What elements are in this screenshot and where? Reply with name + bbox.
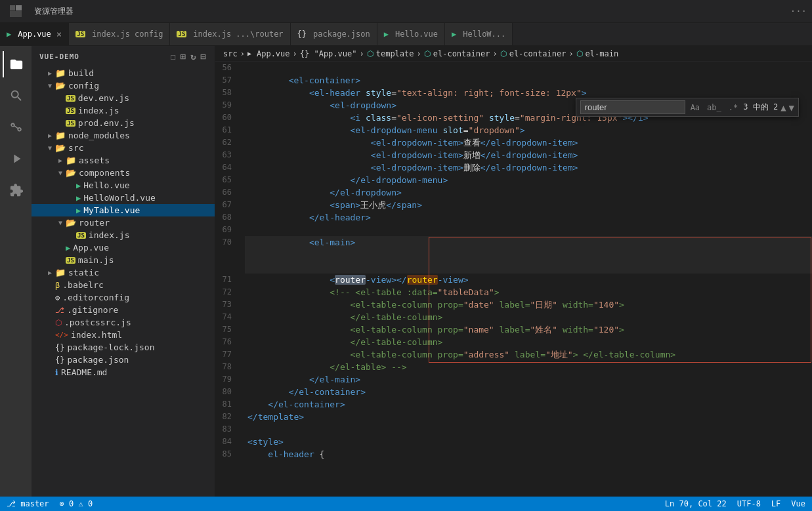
tree-arrow: ▼ — [45, 144, 55, 152]
tab-close-button[interactable]: × — [56, 29, 62, 39]
folder-icon: 📂 — [66, 218, 76, 228]
breadcrumb-appvue2: {} "App.vue" — [300, 49, 357, 58]
js-icon: JS — [66, 120, 75, 127]
line-number: 74 — [215, 311, 245, 323]
svg-rect-1 — [16, 5, 22, 10]
new-folder-icon[interactable]: ⊞ — [181, 51, 186, 62]
code-line-81: 81 </el-container> — [215, 398, 812, 411]
status-right: Ln 70, Col 22 UTF-8 LF Vue — [665, 499, 805, 508]
sidebar-item-router-index-js[interactable]: JS index.js — [32, 229, 215, 241]
match-word-button[interactable]: ab_ — [704, 102, 724, 113]
line-content: </el-table> --> — [245, 361, 812, 373]
sidebar-item-index-html[interactable]: </> index.html — [32, 329, 215, 341]
line-number: 79 — [215, 373, 245, 386]
tab-helloworld-vue[interactable]: ▶ HelloW... — [445, 23, 513, 45]
sidebar-item-label: index.html — [71, 330, 122, 340]
sidebar-item-app-vue[interactable]: ▶ App.vue — [32, 241, 215, 254]
search-prev-button[interactable]: ▲ — [780, 102, 786, 113]
sidebar-item-src[interactable]: ▼ 📂 src — [32, 142, 215, 154]
code-line-65: 65 </el-dropdown-menu> — [215, 174, 812, 186]
extensions-icon[interactable] — [3, 177, 29, 203]
run-icon[interactable] — [3, 146, 29, 172]
tab-app-vue[interactable]: ▶ App.vue × — [0, 23, 69, 45]
js-icon: JS — [66, 257, 75, 264]
breadcrumb-elmain-icon: ⬡ — [576, 49, 583, 58]
sidebar-item-prod-env-js[interactable]: JS prod.env.js — [32, 117, 215, 129]
project-name: VUE-DEMO — [39, 52, 79, 61]
svg-rect-0 — [10, 5, 15, 10]
new-file-icon[interactable]: ☐ — [170, 51, 176, 62]
sidebar-item-static[interactable]: ▶ 📁 static — [32, 266, 215, 279]
sidebar-item-helloworld-vue[interactable]: ▶ HelloWorld.vue — [32, 192, 215, 204]
tab-index-js-router[interactable]: JS index.js ...\router — [170, 23, 290, 45]
status-position: Ln 70, Col 22 — [665, 499, 727, 508]
status-lineending: LF — [771, 499, 780, 508]
search-icon[interactable] — [3, 83, 29, 109]
sidebar-item-label: assets — [79, 155, 110, 165]
line-content: </el-dropdown-menu> — [245, 174, 812, 186]
code-editor[interactable]: 56 57 <el-container> 58 <el-header style… — [215, 62, 812, 497]
line-number: 59 — [215, 99, 245, 112]
sidebar-item-mytable-vue[interactable]: ▶ MyTable.vue — [32, 204, 215, 216]
sidebar-item-hello-vue[interactable]: ▶ Hello.vue — [32, 179, 215, 192]
title-bar-dots[interactable]: ··· — [790, 6, 807, 16]
sidebar-item-label: README.md — [61, 367, 107, 377]
breadcrumb-template-label: template — [376, 49, 414, 58]
code-line-82: 82 </template> — [215, 411, 812, 423]
sidebar-item-label: build — [68, 68, 94, 78]
search-input[interactable] — [580, 100, 685, 114]
code-line-71: 71 <router-view></router-view> — [215, 274, 812, 286]
sidebar-item-package-lock-json[interactable]: {} package-lock.json — [32, 341, 215, 354]
search-next-button[interactable]: ▼ — [789, 102, 794, 113]
sidebar-item-router[interactable]: ▼ 📂 router — [32, 216, 215, 229]
sidebar-item-label: .gitignore — [67, 305, 118, 315]
tab-hello-vue[interactable]: ▶ Hello.vue — [377, 23, 445, 45]
sidebar-item-package-json[interactable]: {} package.json — [32, 354, 215, 366]
sidebar-item-editorconfig[interactable]: ⚙ .editorconfig — [32, 291, 215, 304]
line-content: <router-view></router-view> — [245, 274, 812, 286]
sidebar-item-build[interactable]: ▶ 📁 build — [32, 67, 215, 79]
code-line-84: 84 <style> — [215, 436, 812, 448]
line-content: <el-dropdown-item>删除</el-dropdown-item> — [245, 161, 812, 174]
code-line-68: 68 </el-header> — [215, 211, 812, 224]
sidebar-item-components[interactable]: ▼ 📂 components — [32, 167, 215, 179]
code-line-83: 83 — [215, 423, 812, 436]
source-control-icon[interactable] — [3, 114, 29, 140]
app-icon — [0, 5, 32, 17]
sidebar-item-node-modules[interactable]: ▶ 📁 node_modules — [32, 129, 215, 142]
sidebar-item-config[interactable]: ▼ 📂 config — [32, 79, 215, 92]
sidebar-item-babelrc[interactable]: β .babelrc — [32, 279, 215, 291]
line-content: <el-main> — [245, 236, 812, 274]
line-number: 66 — [215, 186, 245, 199]
explorer-icon[interactable] — [3, 51, 29, 77]
tab-package-json[interactable]: {} package.json — [291, 23, 377, 45]
sidebar-item-gitignore[interactable]: ⎇ .gitignore — [32, 304, 215, 316]
sidebar-header: VUE-DEMO ☐ ⊞ ↻ ⊟ — [32, 46, 215, 67]
line-content: <el-table-column prop="address" label="地… — [245, 348, 812, 361]
postcss-icon: ⬡ — [55, 318, 62, 327]
vue-icon: ▶ — [66, 243, 70, 253]
refresh-icon[interactable]: ↻ — [190, 51, 196, 62]
sidebar-item-dev-env-js[interactable]: JS dev.env.js — [32, 92, 215, 104]
sidebar-item-assets[interactable]: ▶ 📁 assets — [32, 154, 215, 167]
sidebar-item-readme-md[interactable]: ℹ README.md — [32, 366, 215, 378]
code-line-63: 63 <el-dropdown-item>新增</el-dropdown-ite… — [215, 149, 812, 161]
folder-icon: 📂 — [55, 81, 66, 91]
use-regex-button[interactable]: .* — [726, 102, 740, 113]
tree-arrow-config: ▼ — [45, 82, 55, 89]
tab-bar: ▶ App.vue × JS index.js config JS index.… — [0, 23, 812, 46]
line-content: <el-table-column prop="date" label="日期" … — [245, 298, 812, 311]
vue-icon: ▶ — [76, 194, 81, 203]
code-line-56: 56 — [215, 62, 812, 74]
sidebar-item-postcssrc[interactable]: ⬡ .postcssrc.js — [32, 316, 215, 329]
status-errors: ⊗ 0 ⚠ 0 — [60, 499, 93, 508]
match-case-button[interactable]: Aa — [688, 102, 702, 113]
sidebar-item-index-js[interactable]: JS index.js — [32, 104, 215, 117]
collapse-icon[interactable]: ⊟ — [201, 51, 207, 62]
line-number: 76 — [215, 336, 245, 348]
tab-index-js-config[interactable]: JS index.js config — [69, 23, 170, 45]
sidebar-item-main-js[interactable]: JS main.js — [32, 254, 215, 266]
title-bar-menu: ··· — [790, 6, 812, 16]
sidebar-item-label: dev.env.js — [78, 93, 129, 103]
code-line-75: 75 <el-table-column prop="name" label="姓… — [215, 323, 812, 336]
